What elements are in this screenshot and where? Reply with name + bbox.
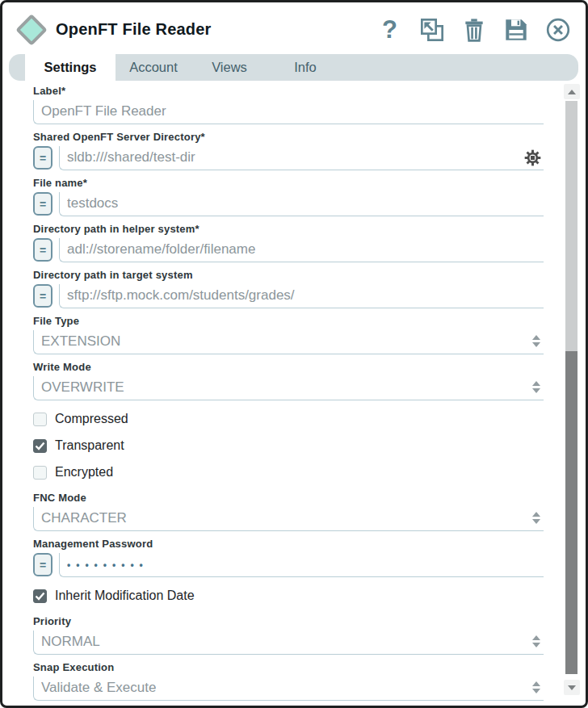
field-row: =sftp://sftp.mock.com/students/grades/ xyxy=(33,284,544,308)
field-label: Directory path in helper system* xyxy=(33,223,544,236)
field-label: File name* xyxy=(33,177,544,190)
checkbox[interactable] xyxy=(33,413,47,426)
field-label: Directory path in target system xyxy=(33,269,544,282)
settings-panel: Label*OpenFT File ReaderShared OpenFT Se… xyxy=(2,81,586,701)
triangle-up-icon xyxy=(568,90,576,94)
copy-icon[interactable] xyxy=(418,16,445,43)
field-row: OVERWRITE xyxy=(33,376,544,400)
field-label: Snap Execution xyxy=(33,661,544,674)
checkbox[interactable] xyxy=(33,439,47,453)
select-spinner-icon[interactable] xyxy=(532,381,540,393)
delete-icon[interactable] xyxy=(460,16,487,43)
field-row: NORMAL xyxy=(33,630,544,655)
field-row: EXTENSION xyxy=(33,330,544,354)
snap-diamond-icon xyxy=(15,14,48,46)
select-spinner-icon[interactable] xyxy=(532,681,540,693)
field-value: OpenFT File Reader xyxy=(41,103,166,119)
select-spinner-icon[interactable] xyxy=(532,635,540,647)
scroll-up-button[interactable] xyxy=(564,84,580,99)
dialog-title: OpenFT File Reader xyxy=(56,20,376,39)
tab-settings[interactable]: Settings xyxy=(25,54,116,81)
password-input[interactable]: ••••••••• xyxy=(59,553,544,577)
field-value: OVERWRITE xyxy=(41,379,124,396)
field-value: EXTENSION xyxy=(41,333,120,350)
checkbox-field: Encrypted xyxy=(33,465,544,480)
text-input[interactable]: sftp://sftp.mock.com/students/grades/ xyxy=(59,284,544,308)
help-icon[interactable]: ? xyxy=(376,16,403,43)
form-fields: Label*OpenFT File ReaderShared OpenFT Se… xyxy=(33,81,544,701)
tab-views[interactable]: Views xyxy=(191,54,267,81)
expression-toggle-button[interactable]: = xyxy=(33,192,52,216)
checkbox-label: Inherit Modification Date xyxy=(55,589,195,603)
field-label: Shared OpenFT Server Directory* xyxy=(33,131,544,144)
checkbox-label: Compressed xyxy=(55,412,128,426)
save-icon[interactable] xyxy=(502,16,529,43)
select-spinner-icon[interactable] xyxy=(532,512,540,524)
field-value: sldb:///shared/test-dir xyxy=(67,149,195,165)
field-row: OpenFT File Reader xyxy=(33,100,544,124)
settings-gear-icon[interactable] xyxy=(523,149,542,170)
field-row: =testdocs xyxy=(33,192,544,216)
tab-bar: Settings Account Views Info xyxy=(9,54,578,81)
tab-info[interactable]: Info xyxy=(267,54,343,81)
text-input[interactable]: sldb:///shared/test-dir xyxy=(59,146,544,170)
field-label: Management Password xyxy=(33,538,544,551)
select-input[interactable]: Validate & Execute xyxy=(33,677,544,701)
field-label: Label* xyxy=(33,85,544,98)
expression-toggle-button[interactable]: = xyxy=(33,238,52,262)
tab-account[interactable]: Account xyxy=(116,54,191,81)
scrollbar xyxy=(562,81,582,701)
scroll-down-button[interactable] xyxy=(564,680,580,695)
checkbox[interactable] xyxy=(33,589,47,603)
close-icon[interactable] xyxy=(544,16,571,43)
checkbox-label: Transparent xyxy=(55,438,124,453)
field-value: testdocs xyxy=(67,195,118,212)
field-value: ••••••••• xyxy=(67,557,149,571)
text-input[interactable]: testdocs xyxy=(59,192,544,216)
select-input[interactable]: NORMAL xyxy=(33,630,544,655)
field-label: FNC Mode xyxy=(33,492,544,505)
dialog-header: OpenFT File Reader ? xyxy=(2,2,586,52)
field-value: Validate & Execute xyxy=(41,680,156,696)
field-label: File Type xyxy=(33,315,544,328)
snap-settings-dialog: OpenFT File Reader ? xyxy=(0,0,588,708)
text-input[interactable]: adl://storename/folder/filename xyxy=(59,238,544,262)
scroll-track[interactable] xyxy=(565,101,578,351)
triangle-down-icon xyxy=(568,685,576,690)
field-value: sftp://sftp.mock.com/students/grades/ xyxy=(67,287,295,304)
checkbox-label: Encrypted xyxy=(55,465,113,480)
select-input[interactable]: EXTENSION xyxy=(33,330,544,354)
expression-toggle-button[interactable]: = xyxy=(33,146,52,170)
header-toolbar: ? xyxy=(376,16,571,43)
field-label: Write Mode xyxy=(33,361,544,374)
field-label: Priority xyxy=(33,615,544,628)
checkbox-field: Compressed xyxy=(33,412,544,426)
scroll-thumb[interactable] xyxy=(565,351,578,674)
select-input[interactable]: CHARACTER xyxy=(33,507,544,531)
checkbox-field: Inherit Modification Date xyxy=(33,589,544,603)
expression-toggle-button[interactable]: = xyxy=(33,553,52,576)
expression-toggle-button[interactable]: = xyxy=(33,284,52,308)
select-spinner-icon[interactable] xyxy=(532,335,540,347)
select-input[interactable]: OVERWRITE xyxy=(33,376,544,400)
field-value: CHARACTER xyxy=(41,510,127,526)
text-input[interactable]: OpenFT File Reader xyxy=(33,100,544,124)
field-row: =••••••••• xyxy=(33,553,544,577)
checkbox-field: Transparent xyxy=(33,438,544,453)
field-row: CHARACTER xyxy=(33,507,544,531)
field-row: =adl://storename/folder/filename xyxy=(33,238,544,262)
field-value: adl://storename/folder/filename xyxy=(67,241,255,258)
field-row: Validate & Execute xyxy=(33,677,544,701)
checkbox[interactable] xyxy=(33,466,47,480)
field-row: =sldb:///shared/test-dir xyxy=(33,146,544,170)
field-value: NORMAL xyxy=(41,634,100,650)
